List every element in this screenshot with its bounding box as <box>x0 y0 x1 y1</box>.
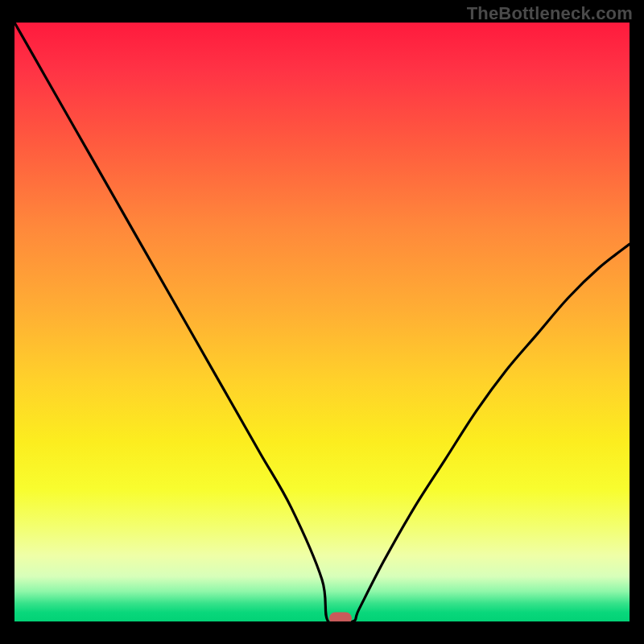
plot-area <box>14 23 630 621</box>
bottleneck-curve <box>14 23 630 621</box>
minimum-marker <box>329 612 352 621</box>
watermark-text: TheBottleneck.com <box>467 3 633 24</box>
chart-frame: TheBottleneck.com <box>0 0 644 644</box>
curve-svg <box>14 23 630 621</box>
